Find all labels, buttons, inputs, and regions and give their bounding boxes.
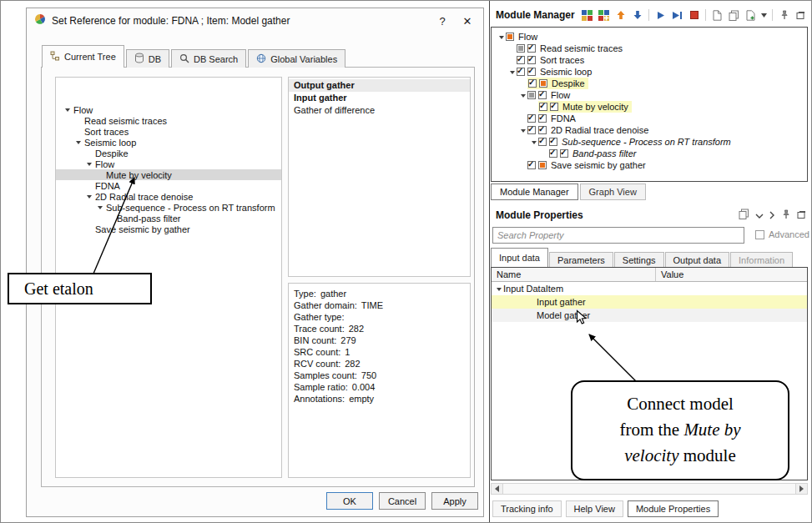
tree-item-fdna[interactable]: FDNA (56, 180, 281, 191)
module-run-checkbox[interactable] (538, 138, 547, 146)
tree-item-seismic-loop[interactable]: Seismic loop (56, 137, 281, 148)
property-row-model-gather[interactable]: Model gather (492, 309, 807, 322)
module-run-checkbox[interactable] (527, 126, 536, 134)
list-item-output-gather[interactable]: Output gather (289, 79, 470, 92)
tab-current-tree[interactable]: Current Tree (42, 45, 124, 68)
run-current-icon[interactable] (670, 8, 684, 23)
expander-icon[interactable] (529, 138, 538, 147)
chevron-down-icon[interactable] (755, 208, 764, 223)
property-row-input-gather[interactable]: Input gather (492, 295, 807, 309)
menu-caret-icon[interactable] (760, 8, 768, 23)
module-item-fdna[interactable]: FDNA (492, 113, 807, 124)
tree-item-2d-radial-trace-denoise[interactable]: 2D Radial trace denoise (56, 191, 281, 202)
module-item-read-seismic-traces[interactable]: Read seismic traces (492, 43, 807, 54)
float-window-icon[interactable] (794, 8, 808, 23)
add-module-icon[interactable] (580, 8, 594, 23)
module-enable-checkbox[interactable] (549, 138, 557, 146)
module-item-flow-inner[interactable]: Flow (492, 89, 807, 101)
module-enable-checkbox[interactable] (538, 114, 547, 123)
expander-icon[interactable] (95, 203, 104, 212)
horizontal-scrollbar[interactable] (491, 483, 808, 495)
tab-db[interactable]: DB (126, 49, 169, 68)
chevron-right-icon[interactable] (769, 208, 775, 223)
pin-icon[interactable] (781, 208, 791, 223)
apply-button[interactable]: Apply (431, 492, 478, 510)
module-item-seismic-loop[interactable]: Seismic loop (492, 66, 807, 78)
move-down-icon[interactable] (630, 8, 644, 23)
list-item-input-gather[interactable]: Input gather (289, 92, 470, 104)
module-item-despike[interactable]: Despike (492, 78, 807, 89)
tab-module-properties[interactable]: Module Properties (628, 500, 719, 517)
property-row-input-dataitem[interactable]: Input DataItem (492, 282, 807, 295)
copy-icon[interactable] (727, 8, 741, 23)
expander-icon[interactable] (63, 105, 72, 114)
module-item-sub-sequence[interactable]: Sub-sequence - Process on RT transform (492, 136, 807, 148)
dialog-help-button[interactable]: ? (430, 11, 455, 31)
tab-global-variables[interactable]: Global Variables (248, 49, 345, 68)
module-enable-checkbox[interactable] (538, 91, 547, 99)
module-enable-checkbox[interactable] (538, 161, 547, 169)
tree-item-read-seismic-traces[interactable]: Read seismic traces (56, 115, 281, 126)
module-enable-checkbox[interactable] (527, 68, 536, 76)
module-run-checkbox[interactable] (517, 68, 525, 76)
tab-input-data[interactable]: Input data (491, 248, 548, 267)
module-item-mute-by-velocity[interactable]: Mute by velocity (492, 101, 807, 113)
module-run-checkbox[interactable] (517, 44, 525, 53)
expander-icon[interactable] (497, 33, 506, 42)
module-item-sort-traces[interactable]: Sort traces (492, 54, 807, 66)
module-item-save-seismic-by-gather[interactable]: Save seismic by gather (492, 159, 807, 171)
module-enable-checkbox[interactable] (550, 103, 558, 111)
search-property-input[interactable] (492, 227, 744, 244)
module-run-checkbox[interactable] (528, 79, 537, 88)
tree-item-mute-by-velocity[interactable]: Mute by velocity (56, 169, 281, 180)
module-enable-checkbox[interactable] (506, 33, 514, 41)
module-enable-checkbox[interactable] (527, 44, 536, 53)
module-enable-checkbox[interactable] (539, 79, 547, 88)
module-enable-checkbox[interactable] (538, 126, 547, 134)
move-up-icon[interactable] (613, 8, 628, 23)
tab-information[interactable]: Information (730, 252, 793, 267)
module-run-checkbox[interactable] (527, 91, 536, 99)
tab-output-data[interactable]: Output data (665, 252, 730, 267)
tab-tracking-info[interactable]: Tracking info (492, 500, 562, 517)
tree-item-flow-inner[interactable]: Flow (56, 158, 281, 169)
tree-item-save-seismic-by-gather[interactable]: Save seismic by gather (56, 224, 281, 234)
run-flow-icon[interactable] (653, 8, 668, 23)
module-item-band-pass-filter[interactable]: Band-pass filter (492, 148, 807, 159)
stop-icon[interactable] (687, 8, 701, 23)
expander-icon[interactable] (494, 284, 503, 294)
ok-button[interactable]: OK (326, 492, 373, 510)
tab-db-search[interactable]: DB Search (171, 49, 246, 68)
module-run-checkbox[interactable] (517, 56, 525, 64)
add-flow-icon[interactable] (597, 8, 611, 23)
scroll-right-button[interactable] (795, 484, 807, 494)
expander-icon[interactable] (84, 192, 93, 201)
tab-help-view[interactable]: Help View (566, 500, 623, 517)
scroll-left-button[interactable] (492, 484, 503, 494)
module-run-checkbox[interactable] (539, 103, 547, 111)
cancel-button[interactable]: Cancel (379, 492, 426, 510)
tab-graph-view[interactable]: Graph View (580, 184, 646, 200)
module-run-checkbox[interactable] (527, 114, 536, 123)
tree-item-sub-sequence[interactable]: Sub-sequence - Process on RT transform (56, 202, 281, 213)
module-item-2d-radial-trace-denoise[interactable]: 2D Radial trace denoise (492, 124, 807, 136)
module-item-flow[interactable]: Flow (492, 31, 807, 43)
expander-icon[interactable] (518, 126, 527, 135)
tree-item-band-pass-filter[interactable]: Band-pass filter (56, 213, 281, 224)
expander-icon[interactable] (518, 91, 527, 100)
advanced-checkbox[interactable] (755, 230, 764, 239)
tree-item-despike[interactable]: Despike (56, 148, 281, 158)
new-flow-icon[interactable] (744, 8, 758, 23)
expander-icon[interactable] (73, 138, 83, 147)
dialog-close-button[interactable]: ✕ (455, 11, 480, 31)
expander-icon[interactable] (507, 68, 517, 77)
tab-module-manager[interactable]: Module Manager (491, 184, 578, 200)
copy-properties-icon[interactable] (739, 208, 749, 223)
list-item-gather-of-difference[interactable]: Gather of difference (289, 104, 470, 117)
float-window-icon[interactable] (797, 208, 806, 223)
expander-icon[interactable] (84, 159, 93, 168)
module-enable-checkbox[interactable] (527, 56, 536, 64)
module-run-checkbox[interactable] (549, 149, 557, 158)
tab-parameters[interactable]: Parameters (549, 252, 613, 267)
pin-icon[interactable] (777, 8, 791, 23)
